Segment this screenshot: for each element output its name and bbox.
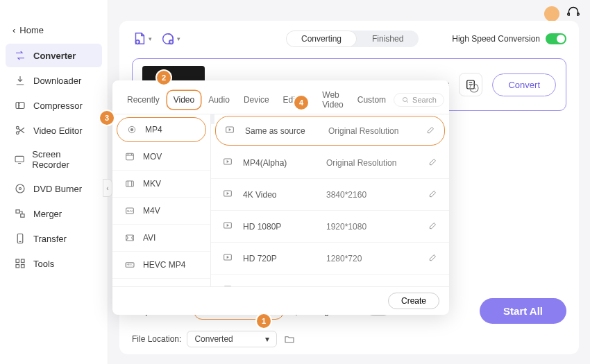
start-all-button[interactable]: Start All [480,298,566,324]
segment-finished[interactable]: Finished [357,31,419,47]
sidebar-item-screen-recorder[interactable]: Screen Recorder [6,144,102,175]
toolbar: ▾ ▾ Converting Finished High Speed Conve… [132,31,566,47]
step-badge-1: 1 [257,314,271,328]
resolution-480p[interactable]: SD 480P 640*480 [211,275,449,286]
sidebar: ‹ Home Converter Downloader Compressor V… [0,0,108,364]
file-location-select[interactable]: Converted ▾ [187,331,277,347]
edit-icon[interactable] [428,157,438,168]
film-icon [124,177,136,190]
sidebar-item-dvd-burner[interactable]: DVD Burner [6,177,102,200]
status-segment: Converting Finished [286,31,419,47]
tab-video[interactable]: Video [167,91,201,109]
tab-audio[interactable]: Audio [202,91,236,109]
popup-search[interactable]: Search [394,93,444,107]
resolution-name: HD 1080P [243,222,326,232]
svg-text:HEVC: HEVC [126,263,133,266]
resolution-1080p[interactable]: HD 1080P 1920*1080 [211,211,449,243]
convert-button[interactable]: Convert [492,73,556,96]
format-label: MKV [143,179,161,189]
svg-rect-9 [16,259,19,263]
resolution-value: 1920*1080 [326,222,428,232]
chevron-down-icon: ▾ [177,35,180,42]
sidebar-item-label: Compressor [33,101,83,111]
edit-icon[interactable] [426,125,436,137]
format-mp4[interactable]: MP4 [117,117,206,142]
edit-icon[interactable] [428,284,438,286]
high-speed-label: High Speed Conversion [452,34,540,44]
sidebar-item-label: Tools [33,259,54,269]
sidebar-item-video-editor[interactable]: Video Editor [6,119,102,142]
nav-back[interactable]: ‹ Home [0,21,108,40]
tools-icon [14,257,26,270]
sidebar-item-downloader[interactable]: Downloader [6,69,102,92]
edit-icon[interactable] [428,220,438,232]
high-speed-toggle[interactable] [546,33,566,44]
sidebar-item-label: Transfer [33,234,67,244]
edit-icon[interactable] [428,189,438,200]
add-file-button[interactable]: ▾ [132,31,152,46]
format-hevc-mp4[interactable]: HEVC HEVC MP4 [112,252,210,279]
tab-recently[interactable]: Recently [121,91,166,109]
tab-custom[interactable]: Custom [351,91,392,109]
play-box-icon [222,220,236,233]
search-placeholder: Search [412,96,437,104]
film-icon [124,232,136,244]
resolution-720p[interactable]: HD 720P 1280*720 [211,243,449,275]
resolution-name: HD 720P [243,254,326,263]
format-avi[interactable]: AVI [112,225,210,252]
sidebar-item-merger[interactable]: Merger [6,202,102,225]
m4v-icon: M4V [124,205,136,217]
format-m4v[interactable]: M4V M4V [112,198,210,225]
edit-icon[interactable] [428,252,438,264]
svg-text:M4V: M4V [127,209,133,213]
svg-rect-24 [126,181,134,187]
current-format-tag: MP4 [211,114,214,124]
output-format-box[interactable] [459,73,482,96]
chevron-left-icon: ‹ [12,25,15,35]
svg-rect-10 [22,259,25,263]
merger-icon [14,207,26,220]
sidebar-item-converter[interactable]: Converter [6,44,102,67]
resolution-4k[interactable]: 4K Video 3840*2160 [211,179,449,211]
sidebar-item-tools[interactable]: Tools [6,252,102,275]
resolution-value: Original Resolution [328,126,426,136]
download-icon [14,74,26,87]
sidebar-item-compressor[interactable]: Compressor [6,94,102,117]
resolution-mp4-alpha[interactable]: MP4(Alpha) Original Resolution [211,147,449,179]
chevron-down-icon: ▾ [149,35,152,42]
svg-point-20 [403,98,407,102]
sidebar-item-label: Screen Recorder [32,149,94,170]
screen-recorder-icon [14,153,25,166]
format-mkv[interactable]: MKV [112,171,210,198]
scissors-icon [14,124,26,137]
film-icon [124,150,136,163]
resolution-same-as-source[interactable]: Same as source Original Resolution [215,116,445,146]
format-hevc-mkv[interactable]: HEVC HEVC MKV [112,279,210,286]
format-label: HEVC MP4 [143,260,185,270]
compressor-icon [14,99,26,112]
step-badge-4: 4 [294,96,308,110]
resolution-value: Original Resolution [326,158,428,168]
create-button[interactable]: Create [388,293,439,309]
format-label: MOV [143,152,162,162]
tab-device[interactable]: Device [237,91,276,109]
sidebar-item-label: Downloader [33,76,81,86]
format-mov[interactable]: MOV [112,144,210,171]
resolution-name: Same as source [245,126,328,136]
svg-rect-23 [126,153,134,159]
segment-converting[interactable]: Converting [286,31,357,47]
svg-rect-7 [21,214,24,218]
nav-items: Converter Downloader Compressor Video Ed… [0,44,108,275]
step-badge-3: 3 [100,111,114,125]
svg-rect-6 [16,210,19,214]
format-label: AVI [143,233,155,243]
sidebar-item-label: Merger [33,209,62,219]
file-location-value: Converted [194,334,233,344]
open-folder-icon[interactable] [283,332,296,346]
high-speed-toggle-row: High Speed Conversion [452,33,566,44]
play-box-icon [222,188,236,201]
add-folder-button[interactable]: ▾ [160,31,180,46]
resolution-name: MP4(Alpha) [243,158,326,168]
sidebar-item-transfer[interactable]: Transfer [6,227,102,250]
tab-web-video[interactable]: Web Video [316,86,349,114]
